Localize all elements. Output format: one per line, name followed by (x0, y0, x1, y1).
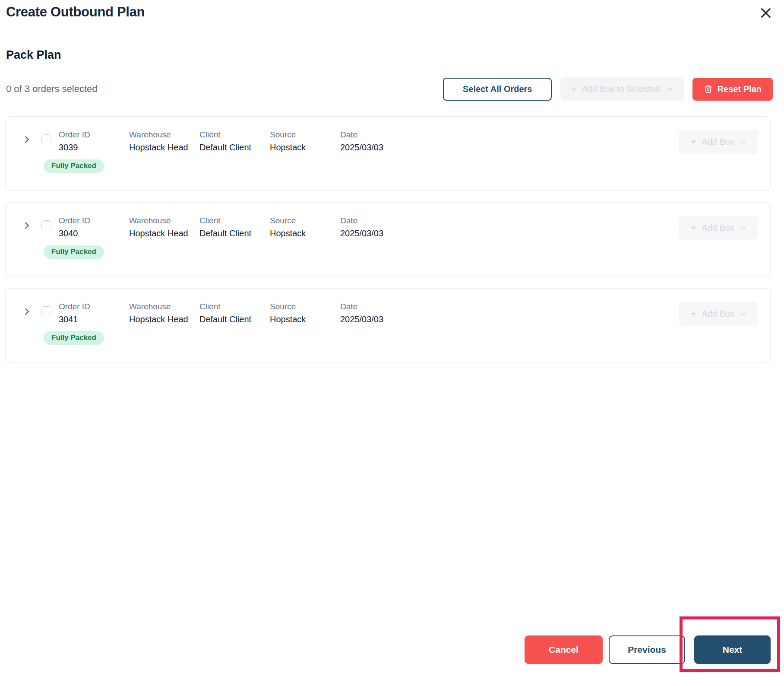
section-title: Pack Plan (6, 48, 784, 62)
warehouse-label: Warehouse (129, 302, 199, 312)
trash-icon (704, 85, 713, 94)
source-column: Source Hopstack (270, 216, 340, 238)
client-column: Client Default Client (199, 302, 270, 324)
order-checkbox[interactable] (41, 220, 51, 230)
client-value: Default Client (199, 314, 270, 324)
modal-header: Create Outbound Plan (0, 0, 784, 21)
source-label: Source (270, 216, 340, 226)
order-card: Order ID 3040 Warehouse Hopstack Head Cl… (5, 202, 771, 276)
plus-icon: + (690, 137, 696, 147)
client-label: Client (199, 130, 270, 140)
client-column: Client Default Client (199, 130, 270, 152)
chevron-down-icon (666, 85, 673, 93)
add-box-button[interactable]: + Add Box (679, 216, 758, 240)
controls-row: 0 of 3 orders selected Select All Orders… (0, 62, 784, 101)
page-title: Create Outbound Plan (6, 4, 145, 20)
date-value: 2025/03/03 (340, 314, 411, 324)
order-card: Order ID 3039 Warehouse Hopstack Head Cl… (5, 116, 771, 191)
date-value: 2025/03/03 (340, 143, 411, 152)
order-id-label: Order ID (59, 302, 129, 312)
reset-plan-button[interactable]: Reset Plan (692, 78, 773, 101)
source-value: Hopstack (270, 314, 340, 324)
date-column: Date 2025/03/03 (340, 302, 411, 324)
plus-icon: + (690, 222, 696, 233)
order-id-value[interactable]: 3040 (59, 229, 129, 238)
client-label: Client (199, 302, 270, 312)
source-label: Source (270, 130, 340, 140)
footer-actions: Cancel Previous Next (525, 635, 771, 664)
warehouse-column: Warehouse Hopstack Head (129, 216, 199, 238)
date-label: Date (340, 216, 411, 226)
date-label: Date (340, 130, 411, 140)
warehouse-column: Warehouse Hopstack Head (129, 130, 199, 152)
warehouse-column: Warehouse Hopstack Head (129, 302, 199, 324)
plus-icon: + (571, 84, 577, 94)
order-id-value[interactable]: 3039 (59, 143, 129, 152)
source-value: Hopstack (270, 229, 340, 238)
client-value: Default Client (199, 143, 270, 152)
chevron-down-icon (740, 310, 747, 318)
expand-order-button[interactable] (22, 307, 32, 316)
date-label: Date (340, 302, 411, 312)
date-column: Date 2025/03/03 (340, 216, 411, 238)
previous-button[interactable]: Previous (609, 635, 685, 664)
warehouse-value: Hopstack Head (129, 143, 199, 152)
warehouse-value: Hopstack Head (129, 229, 199, 238)
warehouse-label: Warehouse (129, 216, 199, 226)
chevron-right-icon (22, 307, 32, 316)
status-badge: Fully Packed (44, 245, 104, 259)
order-id-label: Order ID (59, 130, 129, 140)
date-column: Date 2025/03/03 (340, 130, 411, 152)
add-box-button[interactable]: + Add Box (679, 130, 758, 154)
source-label: Source (270, 302, 340, 312)
warehouse-value: Hopstack Head (129, 314, 199, 324)
source-column: Source Hopstack (270, 302, 340, 324)
add-box-button[interactable]: + Add Box (679, 302, 758, 326)
status-badge: Fully Packed (44, 159, 104, 173)
source-column: Source Hopstack (270, 130, 340, 152)
order-checkbox[interactable] (41, 306, 51, 316)
client-column: Client Default Client (199, 216, 270, 238)
selection-summary: 0 of 3 orders selected (6, 83, 98, 95)
source-value: Hopstack (270, 143, 340, 152)
annotation-highlight: Next (685, 635, 771, 664)
close-icon (759, 6, 773, 20)
cancel-button[interactable]: Cancel (525, 635, 603, 664)
order-id-label: Order ID (59, 216, 129, 226)
expand-order-button[interactable] (22, 221, 32, 230)
status-badge: Fully Packed (44, 331, 104, 345)
client-value: Default Client (199, 229, 270, 238)
order-id-column: Order ID 3040 (59, 216, 129, 238)
order-card: Order ID 3041 Warehouse Hopstack Head Cl… (5, 288, 771, 362)
warehouse-label: Warehouse (129, 130, 199, 140)
plus-icon: + (690, 308, 696, 319)
order-id-column: Order ID 3039 (59, 130, 129, 152)
order-id-value[interactable]: 3041 (59, 314, 129, 324)
close-button[interactable] (758, 5, 774, 21)
date-value: 2025/03/03 (340, 229, 411, 238)
order-card-list: Order ID 3039 Warehouse Hopstack Head Cl… (0, 101, 784, 362)
order-checkbox[interactable] (41, 134, 51, 144)
add-box-to-selected-button[interactable]: + Add Box to Selected (560, 77, 683, 101)
chevron-down-icon (740, 138, 747, 146)
chevron-down-icon (740, 224, 747, 232)
chevron-right-icon (22, 135, 32, 144)
next-button[interactable]: Next (694, 635, 771, 664)
expand-order-button[interactable] (22, 135, 32, 144)
select-all-orders-button[interactable]: Select All Orders (443, 78, 552, 101)
client-label: Client (199, 216, 270, 226)
chevron-right-icon (22, 221, 32, 230)
order-id-column: Order ID 3041 (59, 302, 129, 324)
